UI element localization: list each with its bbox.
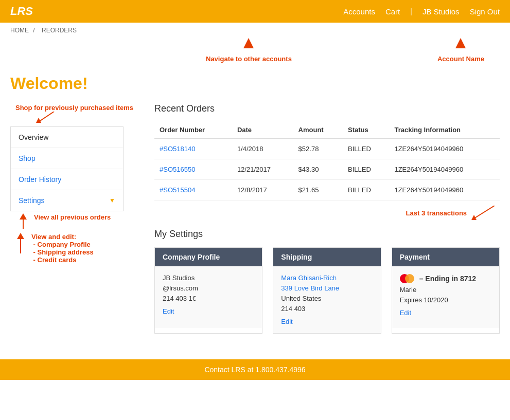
order-number[interactable]: #SO518140 xyxy=(154,138,232,159)
order-status: BILLED xyxy=(343,159,389,180)
card-ending: – Ending in 8712 xyxy=(419,275,476,283)
svg-marker-7 xyxy=(17,233,24,239)
order-tracking: 1ZE264Y50194049960 xyxy=(389,159,500,180)
mastercard-icon xyxy=(400,274,414,283)
order-number[interactable]: #SO516550 xyxy=(154,159,232,180)
table-row: #SO518140 1/4/2018 $52.78 BILLED 1ZE264Y… xyxy=(154,138,500,159)
shipping-card: Shipping Mara Ghisani-Rich 339 Love Bird… xyxy=(273,247,381,334)
card-expires: Expires 10/2020 xyxy=(400,296,491,304)
payment-row: – Ending in 8712 xyxy=(400,274,491,283)
svg-line-8 xyxy=(474,206,495,218)
signout-link[interactable]: Sign Out xyxy=(470,7,500,16)
company-name: JB Studios xyxy=(163,274,254,282)
main-nav: Accounts Cart | JB Studios Sign Out xyxy=(343,7,500,16)
order-history-annotation: View all previous orders xyxy=(34,213,111,221)
order-amount: $21.65 xyxy=(293,180,343,200)
arrow-up2-icon xyxy=(13,233,28,253)
cart-link[interactable]: Cart xyxy=(385,7,400,16)
svg-marker-0 xyxy=(243,38,254,48)
company-profile-body: JB Studios @lrsus.com 214 403 1€ Edit xyxy=(155,266,262,328)
accounts-link[interactable]: Accounts xyxy=(343,7,375,16)
content-area: Shop for previously purchased items Over… xyxy=(10,103,500,334)
order-date: 12/8/2017 xyxy=(232,180,293,200)
payment-card: Payment – Ending in 8712 Marie Expires 1… xyxy=(392,247,500,334)
annotation-account: Account Name xyxy=(437,38,484,63)
order-status: BILLED xyxy=(343,180,389,200)
table-row: #SO516550 12/21/2017 $43.30 BILLED 1ZE26… xyxy=(154,159,500,180)
order-amount: $43.30 xyxy=(293,159,343,180)
col-order-number: Order Number xyxy=(154,122,232,138)
username-link[interactable]: JB Studios xyxy=(423,7,460,16)
order-tracking: 1ZE264Y50194049960 xyxy=(389,180,500,200)
svg-marker-5 xyxy=(20,213,27,220)
shipping-edit-link[interactable]: Edit xyxy=(281,318,373,325)
settings-annotation: View and edit: - Company Profile - Shipp… xyxy=(31,233,94,264)
breadcrumb: HOME / REORDERS xyxy=(0,23,510,38)
payment-body: – Ending in 8712 Marie Expires 10/2020 E… xyxy=(392,266,499,328)
footer-text: Contact LRS at 1.800.437.4996 xyxy=(204,366,305,374)
company-profile-card: Company Profile JB Studios @lrsus.com 21… xyxy=(154,247,262,334)
card-name: Marie xyxy=(400,286,491,294)
site-header: LRS Accounts Cart | JB Studios Sign Out xyxy=(0,0,510,23)
site-footer: Contact LRS at 1.800.437.4996 xyxy=(0,359,510,380)
last3-annotation: Last 3 transactions xyxy=(406,209,467,217)
table-row: #SO515504 12/8/2017 $21.65 BILLED 1ZE264… xyxy=(154,180,500,200)
annotation-navigate: Navigate to other accounts xyxy=(206,38,292,63)
payment-header: Payment xyxy=(392,248,499,266)
order-date: 1/4/2018 xyxy=(232,138,293,159)
welcome-title: Welcome! xyxy=(10,74,500,93)
order-status: BILLED xyxy=(343,138,389,159)
logo: LRS xyxy=(10,5,33,18)
shipping-name: Mara Ghisani-Rich xyxy=(281,274,373,282)
settings-arrow-icon: ▼ xyxy=(109,197,115,204)
sidebar-item-orderhistory[interactable]: Order History xyxy=(11,169,123,190)
shipping-header: Shipping xyxy=(273,248,380,266)
payment-edit-link[interactable]: Edit xyxy=(400,309,491,317)
arrow-down-left-icon xyxy=(36,112,57,124)
breadcrumb-separator: / xyxy=(33,27,34,34)
arrow-left-down-icon xyxy=(469,206,500,221)
sidebar-item-settings[interactable]: Settings ▼ xyxy=(11,190,123,211)
shipping-phone: 214 403 xyxy=(281,305,373,313)
company-edit-link[interactable]: Edit xyxy=(163,307,254,315)
main-content: Welcome! Shop for previously purchased i… xyxy=(0,69,510,344)
breadcrumb-current: REORDERS xyxy=(42,27,77,34)
company-phone: 214 403 1€ xyxy=(163,295,254,302)
settings-cards: Company Profile JB Studios @lrsus.com 21… xyxy=(154,247,500,334)
col-amount: Amount xyxy=(293,122,343,138)
shipping-body: Mara Ghisani-Rich 339 Love Bird Lane Uni… xyxy=(273,266,380,333)
order-tracking: 1ZE264Y50194049960 xyxy=(389,138,500,159)
col-status: Status xyxy=(343,122,389,138)
arrow-down-icon2 xyxy=(450,38,471,53)
order-date: 12/21/2017 xyxy=(232,159,293,180)
orders-table: Order Number Date Amount Status Tracking… xyxy=(154,122,500,200)
svg-marker-1 xyxy=(455,38,466,48)
settings-title: My Settings xyxy=(154,229,500,240)
col-tracking: Tracking Information xyxy=(389,122,500,138)
shipping-address: 339 Love Bird Lane xyxy=(281,284,373,292)
arrow-down-icon xyxy=(238,38,259,53)
breadcrumb-home[interactable]: HOME xyxy=(10,27,29,34)
col-date: Date xyxy=(232,122,293,138)
right-content: Recent Orders Order Number Date Amount S… xyxy=(154,103,500,334)
recent-orders-title: Recent Orders xyxy=(154,103,500,114)
arrow-up-icon xyxy=(15,213,31,229)
sidebar-item-shop[interactable]: Shop xyxy=(11,148,123,169)
order-amount: $52.78 xyxy=(293,138,343,159)
svg-line-2 xyxy=(39,112,54,122)
company-email: @lrsus.com xyxy=(163,284,254,292)
order-number[interactable]: #SO515504 xyxy=(154,180,232,200)
nav-divider: | xyxy=(410,7,412,15)
sidebar-item-overview[interactable]: Overview xyxy=(11,127,123,148)
shop-annotation: Shop for previously purchased items xyxy=(15,104,133,112)
sidebar: Overview Shop Order History Settings ▼ xyxy=(10,126,124,211)
company-profile-header: Company Profile xyxy=(155,248,262,266)
shipping-country: United States xyxy=(281,295,373,302)
